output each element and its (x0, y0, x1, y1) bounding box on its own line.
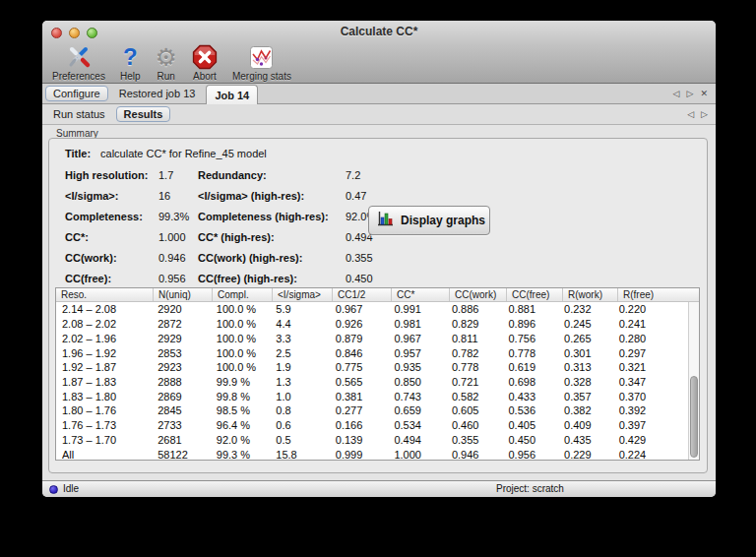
table-row[interactable]: All5812299.3 %15.80.9991.0000.9460.9560.… (56, 447, 688, 460)
table-row[interactable]: 1.80 – 1.76284598.5 %0.80.2770.6590.6050… (56, 403, 688, 418)
summary-value: 0.946 (158, 252, 198, 264)
toolbar-button-label: Help (120, 71, 141, 82)
table-cell: 0.370 (613, 391, 688, 402)
project-label: Project: scratch (496, 483, 564, 494)
table-cell: 0.429 (613, 434, 688, 446)
column-header-cc1-2[interactable]: CC1/2 (332, 288, 391, 301)
column-header-cc[interactable]: CC* (391, 288, 449, 301)
table-cell: 1.3 (270, 376, 330, 388)
table-row[interactable]: 2.14 – 2.082920100.0 %5.90.9670.9910.886… (56, 302, 688, 317)
table-cell: 0.967 (388, 333, 446, 344)
table-cell: 92.0 % (211, 434, 271, 446)
column-header-r-work[interactable]: R(work) (562, 288, 617, 301)
table-cell: 5.9 (270, 303, 330, 315)
table-row[interactable]: 1.87 – 1.83288899.9 %1.30.5650.8500.7210… (56, 375, 688, 390)
statistics-table[interactable]: Reso.N(uniq)Compl.<I/sigma>CC1/2CC*CC(wo… (55, 287, 700, 461)
summary-row: Completeness:99.3%Completeness (high-res… (65, 206, 405, 226)
title-bar[interactable]: Calculate CC* (42, 21, 716, 44)
column-header-cc-work[interactable]: CC(work) (449, 288, 506, 301)
tab-nav-controls: ◁ ▷ ✕ (673, 88, 716, 99)
table-cell: 0.811 (446, 333, 503, 344)
table-cell: 0.846 (330, 347, 389, 359)
window-chrome: Calculate CC* Preferences?Help⚙RunAbortM… (42, 21, 716, 84)
summary-label: <I/sigma> (high-res): (198, 190, 346, 202)
table-row[interactable]: 1.83 – 1.80286999.8 %1.00.3810.7430.5820… (56, 389, 688, 403)
table-row[interactable]: 1.96 – 1.922853100.0 %2.50.8460.9570.782… (56, 345, 688, 360)
table-cell: 98.5 % (211, 404, 271, 416)
table-row[interactable]: 1.73 – 1.70268192.0 %0.50.1390.4940.3550… (56, 432, 688, 447)
table-cell: 0.775 (330, 361, 389, 373)
toolbar-button-help[interactable]: ?Help (117, 44, 144, 84)
subtab-scroll-left-icon[interactable]: ◁ (687, 108, 694, 120)
display-graphs-label: Display graphs (401, 214, 485, 227)
table-cell: 99.9 % (211, 376, 271, 388)
column-header-i-sigma[interactable]: <I/sigma> (272, 288, 332, 301)
table-cell: 0.879 (330, 333, 389, 344)
table-cell: 0.896 (502, 318, 558, 330)
help-question-icon: ? (123, 44, 138, 70)
table-cell: 0.405 (502, 419, 558, 431)
summary-value: 99.3% (158, 211, 198, 222)
tab-configure[interactable]: Configure (45, 86, 108, 101)
table-cell: All (56, 449, 152, 460)
summary-row: High resolution:1.7Redundancy:7.2 (65, 164, 405, 185)
table-row[interactable]: 2.08 – 2.022872100.0 %4.40.9260.9810.829… (56, 317, 688, 332)
table-cell: 0.5 (270, 434, 330, 446)
table-vertical-scrollbar[interactable] (688, 302, 699, 460)
table-cell: 1.73 – 1.70 (56, 434, 152, 446)
table-cell: 3.3 (270, 333, 330, 344)
summary-value: 0.956 (158, 273, 198, 284)
table-cell: 0.265 (558, 333, 613, 344)
table-cell: 0.280 (613, 333, 688, 344)
tab-job-14[interactable]: Job 14 (206, 85, 258, 104)
subtab-results[interactable]: Results (116, 106, 171, 122)
tab-scroll-left-icon[interactable]: ◁ (673, 88, 680, 99)
tab-close-icon[interactable]: ✕ (700, 88, 708, 99)
table-cell: 2853 (152, 347, 211, 359)
summary-groupbox: Title: calculate CC* for Refine_45 model… (48, 138, 708, 473)
summary-label: CC(work) (high-res): (198, 252, 346, 264)
table-cell: 0.229 (558, 449, 613, 460)
column-header-cc-free[interactable]: CC(free) (506, 288, 562, 301)
app-window: Calculate CC* Preferences?Help⚙RunAbortM… (42, 21, 716, 497)
toolbar-button-abort[interactable]: Abort (189, 44, 220, 84)
table-cell: 15.8 (270, 449, 330, 460)
table-cell: 0.967 (330, 303, 389, 315)
table-cell: 0.450 (502, 434, 558, 446)
toolbar-button-preferences[interactable]: Preferences (49, 44, 108, 84)
toolbar-button-merging-stats[interactable]: Merging stats (229, 44, 294, 84)
display-graphs-button[interactable]: Display graphs (368, 206, 490, 235)
scrollbar-thumb[interactable] (690, 376, 698, 458)
tab-restored-job-13[interactable]: Restored job 13 (111, 86, 204, 101)
table-row[interactable]: 1.76 – 1.73273396.4 %0.60.1660.5340.4600… (56, 418, 688, 433)
status-bar: Idle Project: scratch (42, 480, 716, 497)
table-cell: 0.935 (388, 361, 446, 373)
table-cell: 1.000 (388, 449, 446, 460)
abort-stop-icon (192, 44, 218, 70)
table-cell: 100.0 % (211, 333, 271, 344)
summary-label: Completeness: (65, 211, 158, 222)
table-cell: 0.582 (446, 391, 503, 402)
table-cell: 0.245 (558, 318, 613, 330)
subtab-run-status[interactable]: Run status (45, 106, 113, 122)
table-cell: 0.313 (558, 361, 613, 373)
table-cell: 0.409 (558, 419, 613, 431)
job-tab-bar: ConfigureRestored job 13Job 14 ◁ ▷ ✕ (42, 84, 716, 104)
summary-label: Completeness (high-res): (198, 211, 346, 222)
subtab-scroll-right-icon[interactable]: ▷ (701, 108, 708, 120)
toolbar-button-run[interactable]: ⚙Run (153, 44, 180, 84)
column-header-reso[interactable]: Reso. (56, 288, 153, 301)
table-row[interactable]: 1.92 – 1.872923100.0 %1.90.7750.9350.778… (56, 360, 688, 375)
table-cell: 99.8 % (211, 391, 271, 402)
column-header-n-uniq[interactable]: N(uniq) (153, 288, 212, 301)
summary-value: 1.7 (158, 169, 198, 181)
tab-scroll-right-icon[interactable]: ▷ (687, 88, 694, 99)
column-header-r-free[interactable]: R(free) (617, 288, 693, 301)
summary-label: CC(free) (high-res): (198, 273, 346, 284)
column-header-compl[interactable]: Compl. (212, 288, 272, 301)
toolbar: Preferences?Help⚙RunAbortMerging stats (49, 44, 294, 84)
table-row[interactable]: 2.02 – 1.962929100.0 %3.30.8790.9670.811… (56, 331, 688, 345)
table-cell: 0.328 (558, 376, 613, 388)
table-cell: 4.4 (270, 318, 330, 330)
summary-title-label: Title: (65, 148, 97, 159)
